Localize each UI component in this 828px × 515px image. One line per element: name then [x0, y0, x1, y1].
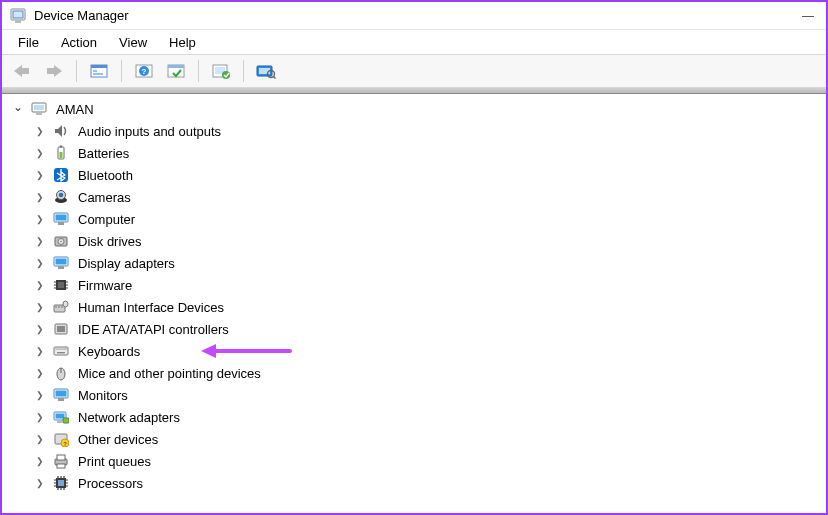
- monitor-icon: [52, 386, 70, 404]
- tree-node-label: Keyboards: [74, 344, 140, 359]
- svg-rect-3: [21, 68, 29, 74]
- expander-icon[interactable]: [32, 387, 48, 403]
- tree-node[interactable]: Mice and other pointing devices: [32, 362, 824, 384]
- chip-icon: [52, 276, 70, 294]
- tree-node-label: IDE ATA/ATAPI controllers: [74, 322, 229, 337]
- svg-line-20: [274, 77, 276, 79]
- expander-icon[interactable]: [32, 409, 48, 425]
- tree-node-label: Processors: [74, 476, 143, 491]
- expander-icon[interactable]: [32, 189, 48, 205]
- expander-icon[interactable]: [32, 233, 48, 249]
- titlebar: Device Manager —: [2, 2, 826, 30]
- toolbar-scan-button[interactable]: [252, 58, 280, 84]
- menubar: File Action View Help: [2, 30, 826, 54]
- cpu-icon: [52, 474, 70, 492]
- svg-rect-1: [13, 11, 23, 18]
- tree-node-label: Batteries: [74, 146, 129, 161]
- toolbar-properties-button[interactable]: [162, 58, 190, 84]
- tree-node[interactable]: Display adapters: [32, 252, 824, 274]
- mouse-icon: [52, 364, 70, 382]
- expander-icon[interactable]: [32, 475, 48, 491]
- computer-icon: [30, 100, 48, 118]
- expander-icon[interactable]: [10, 101, 26, 117]
- tree-node[interactable]: Processors: [32, 472, 824, 494]
- hid-icon: [52, 298, 70, 316]
- tree-node-label: Other devices: [74, 432, 158, 447]
- disk-icon: [52, 232, 70, 250]
- tree-node[interactable]: Firmware: [32, 274, 824, 296]
- menu-action[interactable]: Action: [51, 33, 107, 52]
- expander-icon[interactable]: [32, 255, 48, 271]
- camera-icon: [52, 188, 70, 206]
- tree-node[interactable]: IDE ATA/ATAPI controllers: [32, 318, 824, 340]
- svg-rect-4: [47, 68, 55, 74]
- device-manager-window: Device Manager — File Action View Help ?: [0, 0, 828, 515]
- svg-rect-22: [34, 105, 44, 110]
- tree-node[interactable]: Human Interface Devices: [32, 296, 824, 318]
- expander-icon[interactable]: [32, 167, 48, 183]
- toolbar: ?: [2, 54, 826, 88]
- expander-icon[interactable]: [32, 145, 48, 161]
- svg-rect-13: [168, 65, 184, 68]
- tree-node-label: Human Interface Devices: [74, 300, 224, 315]
- svg-text:?: ?: [142, 67, 147, 76]
- device-tree[interactable]: AMAN Audio inputs and outputsBatteriesBl…: [2, 94, 826, 513]
- expander-icon[interactable]: [32, 321, 48, 337]
- minimize-button[interactable]: —: [798, 10, 818, 22]
- expander-icon[interactable]: [32, 299, 48, 315]
- toolbar-separator: [76, 60, 77, 82]
- expander-icon[interactable]: [32, 343, 48, 359]
- app-title: Device Manager: [34, 8, 129, 23]
- expander-icon[interactable]: [32, 365, 48, 381]
- toolbar-separator: [121, 60, 122, 82]
- menu-file[interactable]: File: [8, 33, 49, 52]
- tree-root-label: AMAN: [52, 102, 94, 117]
- menu-view[interactable]: View: [109, 33, 157, 52]
- toolbar-back-button[interactable]: [8, 58, 36, 84]
- expander-icon[interactable]: [32, 211, 48, 227]
- bluetooth-icon: [52, 166, 70, 184]
- svg-rect-8: [93, 73, 103, 75]
- monitor-icon: [52, 210, 70, 228]
- network-icon: [52, 408, 70, 426]
- tree-node-label: Print queues: [74, 454, 151, 469]
- tree-node-label: Display adapters: [74, 256, 175, 271]
- tree-node[interactable]: Computer: [32, 208, 824, 230]
- expander-icon[interactable]: [32, 453, 48, 469]
- toolbar-forward-button[interactable]: [40, 58, 68, 84]
- tree-root-node[interactable]: AMAN: [10, 98, 824, 120]
- tree-node[interactable]: Batteries: [32, 142, 824, 164]
- app-icon: [10, 8, 26, 24]
- tree-node[interactable]: Network adapters: [32, 406, 824, 428]
- tree-node[interactable]: Keyboards: [32, 340, 824, 362]
- keyboard-icon: [52, 342, 70, 360]
- tree-node[interactable]: Other devices: [32, 428, 824, 450]
- toolbar-update-driver-button[interactable]: [207, 58, 235, 84]
- tree-node[interactable]: Bluetooth: [32, 164, 824, 186]
- expander-icon[interactable]: [32, 431, 48, 447]
- menu-help[interactable]: Help: [159, 33, 206, 52]
- toolbar-separator: [243, 60, 244, 82]
- battery-icon: [52, 144, 70, 162]
- speaker-icon: [52, 122, 70, 140]
- tree-node-label: Disk drives: [74, 234, 142, 249]
- tree-node[interactable]: Disk drives: [32, 230, 824, 252]
- toolbar-help-button[interactable]: ?: [130, 58, 158, 84]
- tree-node-label: Network adapters: [74, 410, 180, 425]
- toolbar-show-hidden-button[interactable]: [85, 58, 113, 84]
- svg-rect-23: [36, 112, 42, 115]
- monitor-icon: [52, 254, 70, 272]
- unknown-icon: [52, 430, 70, 448]
- svg-rect-6: [91, 65, 107, 68]
- tree-node[interactable]: Cameras: [32, 186, 824, 208]
- tree-node[interactable]: Audio inputs and outputs: [32, 120, 824, 142]
- expander-icon[interactable]: [32, 123, 48, 139]
- tree-node[interactable]: Monitors: [32, 384, 824, 406]
- svg-rect-7: [93, 70, 97, 72]
- tree-node-label: Bluetooth: [74, 168, 133, 183]
- svg-rect-2: [15, 20, 21, 23]
- tree-node-label: Firmware: [74, 278, 132, 293]
- toolbar-separator: [198, 60, 199, 82]
- expander-icon[interactable]: [32, 277, 48, 293]
- tree-node[interactable]: Print queues: [32, 450, 824, 472]
